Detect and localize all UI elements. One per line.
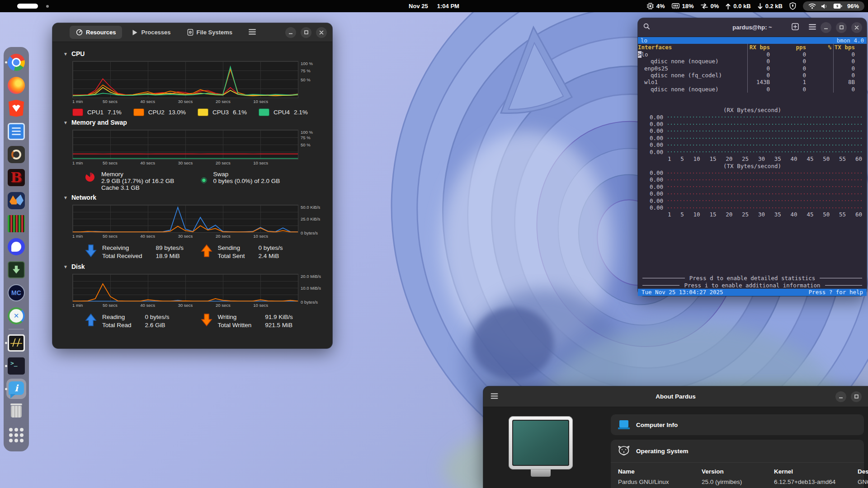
cpu2-swatch [133,108,144,116]
network-section-header[interactable]: ▼ Network [63,194,316,201]
dock-item-midnight-commander[interactable]: MC [4,281,29,304]
dock-item-file-cabinet[interactable] [4,120,29,143]
search-button[interactable] [643,23,650,32]
tab-file-systems[interactable]: File Systems [181,26,239,39]
dock-item-software-center[interactable] [4,143,29,166]
close-button[interactable] [851,22,862,33]
new-tab-button[interactable] [792,23,799,32]
memory-pie-icon [85,172,95,182]
terminal-menu-button[interactable] [809,23,816,32]
dock-item-package-downloader[interactable] [4,258,29,281]
terminal-headerbar[interactable]: pardus@hp: ~ [638,18,867,37]
bmon-row-wlo1: wlo1 143B18B [638,79,867,85]
dock-item-chrome[interactable] [4,51,29,74]
os-kernel-header: Kernel [774,468,853,475]
network-xaxis: 1 min50 secs40 secs30 secs20 secs10 secs [72,233,298,239]
hamburger-icon [249,29,256,35]
quick-settings[interactable]: 96% [803,1,864,11]
close-button[interactable] [316,27,327,38]
about-title: About Pardus [656,393,696,400]
about-menu-button[interactable] [491,393,498,401]
rx-graph-row: 0.00 [638,114,867,121]
maximize-button[interactable] [836,22,847,33]
down-arrow-icon [758,3,763,9]
system-monitor-headerbar[interactable]: Resources Processes File Systems [52,23,332,42]
network-section-title: Network [71,194,96,201]
memory-sparkline [73,130,298,159]
net-percent: 0% [711,3,719,9]
os-name-header: Name [618,468,697,475]
dock-item-terminal[interactable]: >_ [4,354,29,377]
dock-separator [9,329,24,329]
memory-usage: Memory2.9 GB (17.7%) of 16.2 GBCache 3.1… [85,171,201,191]
dock-item-about-info[interactable]: i [4,377,29,400]
clock[interactable]: Nov 25 1:04 PM [403,2,465,10]
disk-ylabel-0: 0 bytes/s [301,300,318,305]
fox-app-icon [8,192,25,209]
dock-item-system-monitor[interactable] [4,331,29,354]
memory-chart: 100 % 75 % 50 % [72,130,298,160]
cpu-indicator[interactable]: 4% [647,3,665,9]
cpu-section-header[interactable]: ▼ CPU [63,50,316,57]
cpu4-legend-item: CPU42.1% [259,108,308,116]
memory-ylabel-75: 75 % [301,135,311,140]
memory-indicator[interactable]: 18% [672,3,694,9]
download-indicator[interactable]: 0.2 kB [758,3,783,9]
chevron-down-icon: ▼ [63,120,68,125]
bmon-row-qdisc3: qdisc none (noqueue) 000 [638,86,867,93]
rx-graph-row: 0.00 [638,141,867,148]
bmon-titlebar: lo bmon 4.0 [638,37,867,44]
activities-pill[interactable] [17,4,38,9]
computer-info-label: Computer Info [636,422,678,428]
net-indicator[interactable]: 0% [701,3,719,9]
cpu-ylabel-50: 50 % [301,77,311,82]
dock-item-app-grid[interactable] [4,423,29,446]
dock-item-brave[interactable] [4,97,29,120]
tab-processes[interactable]: Processes [126,26,177,39]
battery-percent: 96% [847,3,859,9]
sync-app-icon: ✕ [8,307,25,324]
dock-item-fox-app[interactable] [4,189,29,212]
maximize-button[interactable] [851,391,862,402]
dock-item-firefox[interactable] [4,74,29,97]
terminal-window: pardus@hp: ~ lo bmon 4.0 Interfaces RX b… [638,18,867,296]
dock-item-signal[interactable] [4,235,29,258]
cpu-chart: 100 % 75 % 50 % [72,61,298,98]
ram-icon [672,3,679,9]
dock-item-sync-app[interactable]: ✕ [4,304,29,327]
dock-item-pixel-columns-app[interactable] [4,212,29,235]
hamburger-icon [491,393,498,399]
rx-graph-row: 0.00 [638,135,867,141]
about-headerbar[interactable]: About Pardus [483,386,868,407]
disk-sparkline [73,274,298,301]
dock-item-b-app[interactable]: B [4,166,29,189]
network-chart: 50.0 KiB/s 25.0 KiB/s 0 bytes/s [72,205,298,233]
tab-resources[interactable]: Resources [70,26,122,39]
tx-graph-axis: 151015202530354045505560 [638,211,867,218]
reading-group: ReadingTotal Read 0 bytes/s2.6 GiB [85,313,201,329]
upload-indicator[interactable]: 0.0 kB [726,3,750,9]
disk-section-header[interactable]: ▼ Disk [63,263,316,270]
minimize-button[interactable] [285,27,296,38]
memory-xaxis: 1 min50 secs40 secs30 secs20 secs10 secs [72,160,298,166]
workspace-dot[interactable] [46,5,49,8]
system-monitor-window: Resources Processes File Systems ▼ CPU [52,23,332,348]
read-up-arrow-icon [85,313,97,327]
memory-section-header[interactable]: ▼ Memory and Swap [63,119,316,126]
volume-icon [821,3,828,9]
menu-button[interactable] [249,28,256,37]
sending-group: SendingTotal Sent 0 bytes/s2.4 MiB [201,244,316,260]
bmon-row-qdisc1: qdisc none (noqueue) 000 [638,58,867,65]
up-arrow-icon [726,3,731,9]
maximize-button[interactable] [301,27,311,38]
minimize-button[interactable] [835,391,846,402]
cpu3-legend-item: CPU36.1% [198,108,247,116]
computer-info-card[interactable]: Computer Info [611,414,864,435]
tab-file-systems-label: File Systems [197,29,233,36]
shield-indicator[interactable] [789,2,796,10]
swap-arrows-icon [701,3,708,9]
dock-item-trash[interactable] [4,400,29,423]
running-dot [5,61,7,63]
minimize-button[interactable] [821,22,831,33]
new-tab-icon [792,23,799,30]
